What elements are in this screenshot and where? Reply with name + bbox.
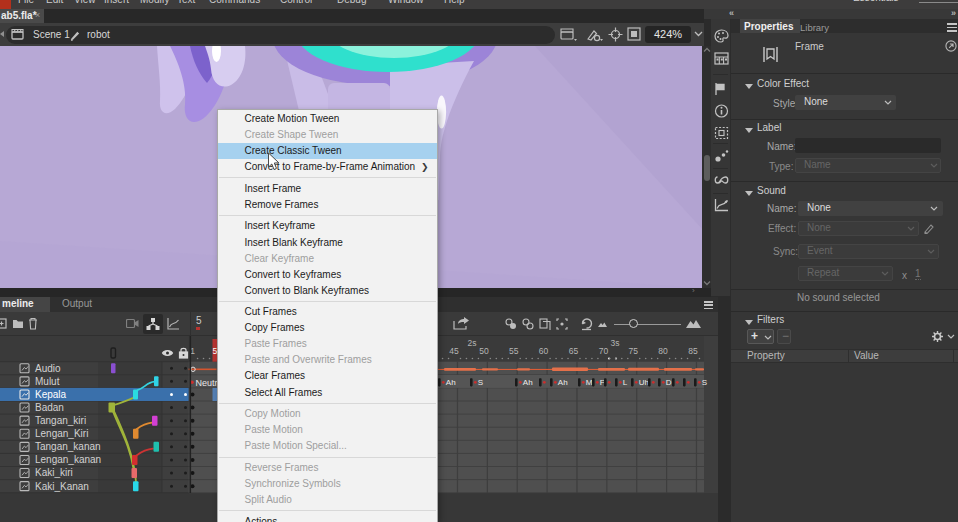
- svg-text:L: L: [623, 378, 628, 387]
- svg-text:80: 80: [658, 346, 668, 356]
- svg-text:2s: 2s: [468, 338, 477, 348]
- svg-text:70: 70: [599, 346, 609, 356]
- svg-text:Kepala: Kepala: [35, 389, 67, 400]
- svg-text:Ah: Ah: [523, 378, 533, 387]
- svg-text:55: 55: [509, 346, 519, 356]
- svg-text:D: D: [666, 378, 672, 387]
- svg-text:Tangan_kanan: Tangan_kanan: [35, 441, 101, 452]
- svg-text:65: 65: [569, 346, 579, 356]
- svg-text:Ah: Ah: [446, 378, 456, 387]
- svg-text:Kaki_Kanan: Kaki_Kanan: [35, 481, 89, 492]
- svg-text:45: 45: [449, 346, 459, 356]
- svg-text:Uh: Uh: [639, 378, 649, 387]
- svg-text:50: 50: [479, 346, 489, 356]
- svg-text:85: 85: [688, 346, 698, 356]
- svg-text:Tangan_kiri: Tangan_kiri: [35, 415, 86, 426]
- svg-text:75: 75: [628, 346, 638, 356]
- svg-text:M: M: [586, 378, 593, 387]
- svg-text:Badan: Badan: [35, 402, 64, 413]
- svg-text:Lengan_Kiri: Lengan_Kiri: [35, 428, 88, 439]
- svg-text:S: S: [702, 378, 707, 387]
- svg-text:Ah: Ah: [558, 378, 568, 387]
- svg-text:Audio: Audio: [35, 363, 61, 374]
- svg-text:Lengan_kanan: Lengan_kanan: [35, 454, 101, 465]
- svg-text:Mulut: Mulut: [35, 376, 60, 387]
- svg-text:Kaki_kiri: Kaki_kiri: [35, 467, 73, 478]
- svg-text:3s: 3s: [611, 338, 620, 348]
- svg-text:60: 60: [539, 346, 549, 356]
- svg-text:S: S: [478, 378, 483, 387]
